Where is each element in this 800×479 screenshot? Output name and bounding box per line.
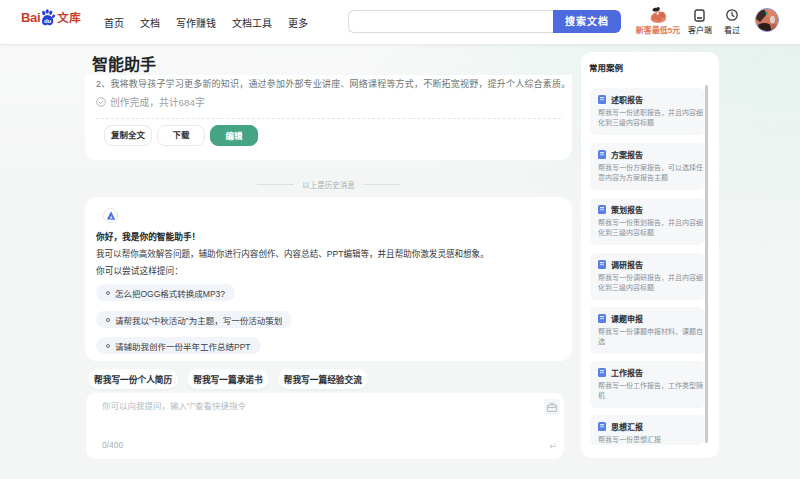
svg-text:du: du xyxy=(44,18,52,24)
